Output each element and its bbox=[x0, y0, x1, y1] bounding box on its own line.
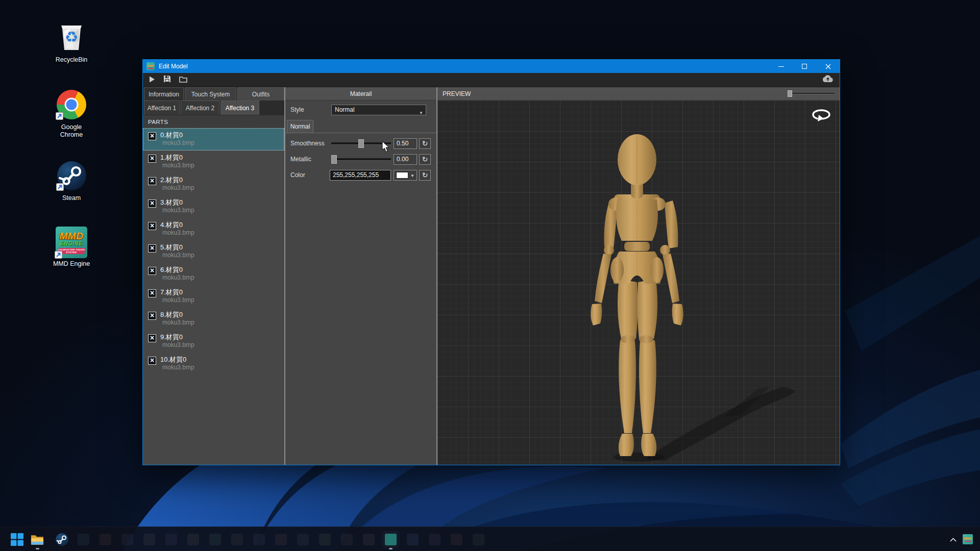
part-item[interactable]: × 2.材質0 moku3.bmp bbox=[143, 173, 284, 195]
background-app-icon[interactable] bbox=[275, 534, 287, 545]
background-app-icon[interactable] bbox=[407, 534, 419, 545]
part-file: moku3.bmp bbox=[162, 162, 194, 169]
part-name: 10.材質0 bbox=[160, 355, 186, 364]
background-app-icon[interactable] bbox=[165, 534, 177, 545]
background-app-icon[interactable] bbox=[429, 534, 440, 545]
tab-touch-system[interactable]: Touch System bbox=[185, 87, 236, 101]
background-app-icon[interactable] bbox=[231, 534, 243, 545]
background-app-icon[interactable] bbox=[473, 534, 484, 545]
part-file: moku3.bmp bbox=[162, 274, 194, 281]
smoothness-row: Smoothness 0.50 ↻ bbox=[285, 138, 436, 149]
recycle-bin-icon: ♻ bbox=[58, 19, 85, 54]
part-checkbox[interactable]: × bbox=[148, 155, 156, 163]
desktop-icon-google-chrome[interactable]: Google Chrome bbox=[42, 90, 101, 139]
color-swatch-dropdown[interactable]: ▼ bbox=[394, 170, 417, 181]
cloud-upload-icon[interactable] bbox=[822, 75, 834, 85]
color-input[interactable]: 255,255,255,255 bbox=[330, 170, 391, 181]
color-label: Color bbox=[290, 170, 305, 181]
part-checkbox[interactable]: × bbox=[148, 222, 156, 230]
mouse-cursor bbox=[382, 141, 390, 155]
part-item[interactable]: × 7.材質0 moku3.bmp bbox=[143, 285, 284, 308]
start-button[interactable] bbox=[10, 533, 23, 546]
background-app-icon[interactable] bbox=[209, 534, 221, 545]
metallic-slider[interactable] bbox=[331, 154, 391, 165]
desktop-icon-steam[interactable]: Steam bbox=[42, 161, 101, 202]
background-app-icon[interactable] bbox=[143, 534, 155, 545]
part-item[interactable]: × 1.材質0 moku3.bmp bbox=[143, 151, 284, 173]
smoothness-slider-handle[interactable] bbox=[358, 139, 364, 148]
background-app-icon[interactable] bbox=[363, 534, 375, 545]
title-bar[interactable]: MMD Edit Model bbox=[143, 60, 840, 73]
chevron-down-icon: ▼ bbox=[419, 108, 423, 118]
preview-title: PREVIEW bbox=[443, 90, 471, 97]
part-checkbox[interactable]: × bbox=[148, 334, 156, 342]
part-checkbox[interactable]: × bbox=[148, 267, 156, 275]
smoothness-value[interactable]: 0.50 bbox=[394, 138, 417, 149]
desktop-icon-mmd-engine[interactable]: MMD ENGINE CHARACTER TOUCH SYSTEM MMD En… bbox=[42, 227, 101, 268]
background-app-icon[interactable] bbox=[100, 534, 111, 545]
part-item[interactable]: × 5.材質0 moku3.bmp bbox=[143, 240, 284, 263]
part-item[interactable]: × 4.材質0 moku3.bmp bbox=[143, 218, 284, 240]
color-row: Color 255,255,255,255 ▼ ↻ bbox=[285, 170, 436, 181]
background-app-icon[interactable] bbox=[121, 534, 133, 545]
close-button[interactable] bbox=[816, 60, 840, 73]
metallic-value[interactable]: 0.00 bbox=[394, 154, 417, 165]
part-checkbox[interactable]: × bbox=[148, 357, 156, 365]
chrome-icon bbox=[57, 90, 86, 119]
part-checkbox[interactable]: × bbox=[148, 312, 156, 320]
background-app-icon[interactable] bbox=[319, 534, 331, 545]
metallic-slider-handle[interactable] bbox=[331, 155, 337, 164]
save-button[interactable] bbox=[163, 75, 171, 85]
minimize-button[interactable] bbox=[769, 60, 793, 73]
background-app-icon[interactable] bbox=[78, 534, 89, 545]
tab-affection-1[interactable]: Affection 1 bbox=[144, 101, 180, 115]
part-checkbox[interactable]: × bbox=[148, 289, 156, 297]
background-app-icon[interactable] bbox=[297, 534, 309, 545]
material-tab-normal[interactable]: Normal bbox=[287, 120, 313, 133]
part-checkbox[interactable]: × bbox=[148, 199, 156, 208]
desktop-icon-recycle-bin[interactable]: ♻ RecycleBin bbox=[42, 19, 101, 64]
background-app-icon[interactable] bbox=[385, 534, 397, 545]
background-app-icon[interactable] bbox=[451, 534, 462, 545]
color-reset-button[interactable]: ↻ bbox=[419, 170, 431, 181]
maximize-button[interactable] bbox=[793, 60, 816, 73]
part-checkbox[interactable]: × bbox=[148, 132, 156, 140]
part-checkbox[interactable]: × bbox=[148, 244, 156, 253]
tab-information[interactable]: Information bbox=[144, 87, 184, 101]
tray-mmd-engine-icon[interactable]: MMD bbox=[963, 534, 973, 544]
background-app-icon[interactable] bbox=[253, 534, 265, 545]
open-folder-button[interactable] bbox=[179, 76, 187, 85]
part-item[interactable]: × 3.材質0 moku3.bmp bbox=[143, 195, 284, 218]
file-explorer-button[interactable] bbox=[31, 533, 44, 546]
preview-zoom-handle[interactable] bbox=[788, 90, 792, 97]
tab-affection-2[interactable]: Affection 2 bbox=[181, 101, 219, 115]
parts-header: PARTS bbox=[143, 115, 284, 128]
smoothness-reset-button[interactable]: ↻ bbox=[419, 138, 431, 149]
tray-chevron-up-icon[interactable] bbox=[950, 535, 957, 544]
part-item[interactable]: × 9.材質0 moku3.bmp bbox=[143, 330, 284, 353]
part-item[interactable]: × 8.材質0 moku3.bmp bbox=[143, 308, 284, 330]
metallic-label: Metallic bbox=[290, 154, 311, 165]
steam-icon bbox=[57, 161, 86, 190]
background-app-icon[interactable] bbox=[187, 534, 199, 545]
preview-zoom-slider[interactable] bbox=[788, 93, 835, 94]
part-checkbox[interactable]: × bbox=[148, 177, 156, 185]
desktop-icon-label: MMD Engine bbox=[42, 260, 101, 268]
style-dropdown[interactable]: Normal ▼ bbox=[331, 105, 426, 115]
background-app-icon[interactable] bbox=[341, 534, 353, 545]
steam-taskbar-button[interactable] bbox=[55, 533, 68, 546]
tab-outfits[interactable]: Outfits bbox=[237, 87, 284, 101]
part-item[interactable]: × 10.材質0 moku3.bmp bbox=[143, 353, 284, 375]
rotate-view-icon[interactable] bbox=[811, 108, 831, 124]
preview-header: PREVIEW bbox=[437, 87, 840, 101]
part-item[interactable]: × 0.材質0 moku3.bmp bbox=[143, 128, 284, 151]
part-name: 7.材質0 bbox=[160, 288, 183, 297]
system-tray: MMD bbox=[950, 527, 973, 551]
tab-affection-3[interactable]: Affection 3 bbox=[220, 101, 259, 115]
part-name: 1.材質0 bbox=[160, 153, 183, 162]
part-item[interactable]: × 6.材質0 moku3.bmp bbox=[143, 263, 284, 285]
preview-viewport[interactable] bbox=[437, 101, 840, 465]
metallic-reset-button[interactable]: ↻ bbox=[419, 154, 431, 165]
part-file: moku3.bmp bbox=[162, 364, 194, 371]
play-button[interactable] bbox=[149, 76, 155, 85]
